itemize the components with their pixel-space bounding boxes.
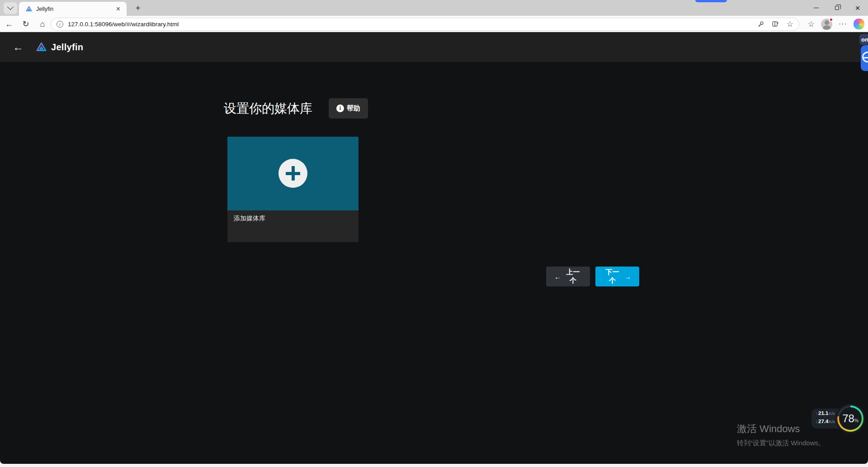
gauge-value: 78	[842, 412, 854, 425]
notification-dot	[829, 18, 833, 22]
arrow-right-icon: →	[624, 273, 631, 281]
add-icon[interactable]	[278, 159, 307, 188]
jellyfin-favicon	[25, 5, 33, 13]
split-screen-icon[interactable]	[772, 20, 779, 28]
chevron-down-icon	[7, 4, 14, 10]
help-button[interactable]: i 帮助	[329, 98, 368, 119]
gauge-unit: %	[854, 418, 859, 423]
previous-button-label: 上一个	[564, 268, 582, 285]
next-button-label: 下一个	[604, 268, 621, 285]
jellyfin-logo-icon	[35, 41, 47, 53]
new-tab-button[interactable]: +	[132, 2, 144, 14]
more-options-icon[interactable]: ···	[839, 20, 847, 28]
close-icon: ×	[855, 4, 860, 12]
minimize-button[interactable]	[806, 0, 826, 16]
refresh-button[interactable]: ↻	[19, 16, 32, 32]
favorite-star-icon[interactable]: ☆	[787, 19, 793, 29]
address-bar[interactable]: i 127.0.0.1:58096/web/#/wizardlibrary.ht…	[51, 18, 799, 31]
tab-search-button[interactable]	[4, 2, 17, 14]
plus-vertical-bar	[292, 166, 295, 181]
translate-widget-button[interactable]	[861, 45, 868, 71]
next-button[interactable]: 下一个 →	[595, 267, 639, 286]
browser-tab[interactable]: Jellyfin ×	[19, 2, 127, 16]
password-key-icon[interactable]	[757, 20, 764, 28]
upload-speed-unit: K/s	[829, 411, 835, 416]
home-button[interactable]: ⌂	[36, 16, 49, 32]
jellyfin-header: ← Jellyfin	[0, 32, 868, 62]
copilot-icon[interactable]	[854, 19, 864, 29]
arrow-left-icon: ←	[554, 273, 561, 281]
profile-avatar[interactable]	[821, 19, 832, 30]
jellyfin-app-name: Jellyfin	[51, 42, 83, 52]
add-library-card[interactable]: 添加媒体库	[227, 137, 359, 242]
favorites-list-icon[interactable]: ☆	[808, 19, 815, 29]
tab-close-icon[interactable]: ×	[114, 5, 122, 13]
toolbar-right-cluster: ☆ ···	[808, 16, 864, 32]
restore-button[interactable]	[826, 0, 847, 16]
help-button-label: 帮助	[347, 104, 360, 113]
windows-activation-watermark: 激活 Windows 转到“设置”以激活 Windows。	[737, 422, 825, 448]
add-library-card-art[interactable]	[227, 137, 359, 210]
url-text[interactable]: 127.0.0.1:58096/web/#/wizardlibrary.html	[68, 21, 750, 28]
previous-button[interactable]: ← 上一个	[546, 267, 590, 286]
translate-widget-icon	[862, 52, 868, 62]
page-title: 设置你的媒体库	[224, 100, 312, 117]
wizard-title-row: 设置你的媒体库 i 帮助	[224, 98, 368, 119]
collapsed-notification-pill[interactable]	[695, 0, 727, 2]
performance-gauge[interactable]: 78 %	[837, 405, 863, 432]
add-library-card-footer: 添加媒体库	[227, 210, 359, 242]
jellyfin-back-button[interactable]: ←	[13, 41, 24, 53]
performance-gauge-face: 78 %	[839, 407, 862, 430]
edge-widget-label[interactable]: on	[859, 34, 868, 45]
upload-arrow-icon: ↑	[816, 411, 818, 416]
site-info-icon[interactable]: i	[57, 21, 63, 28]
upload-speed-value: 21.1	[818, 410, 828, 416]
close-button[interactable]: ×	[847, 0, 868, 16]
download-speed-unit: K/s	[829, 419, 835, 424]
jellyfin-page: ← Jellyfin 设置你的媒体库 i 帮助 添加媒体库 ←	[0, 32, 868, 464]
wizard-nav-buttons: ← 上一个 下一个 →	[546, 267, 639, 286]
add-library-label: 添加媒体库	[234, 214, 352, 223]
restore-icon	[835, 6, 839, 10]
help-info-icon: i	[336, 105, 344, 112]
minimize-icon	[814, 8, 819, 8]
activation-title: 激活 Windows	[737, 422, 825, 436]
back-button[interactable]: ←	[3, 16, 15, 32]
browser-toolbar: ← ↻ ⌂ i 127.0.0.1:58096/web/#/wizardlibr…	[0, 16, 868, 32]
window-controls: ×	[806, 0, 868, 16]
browser-titlebar: Jellyfin × + ×	[0, 0, 868, 16]
tab-title: Jellyfin	[36, 6, 114, 12]
activation-subtitle: 转到“设置”以激活 Windows。	[737, 439, 825, 448]
